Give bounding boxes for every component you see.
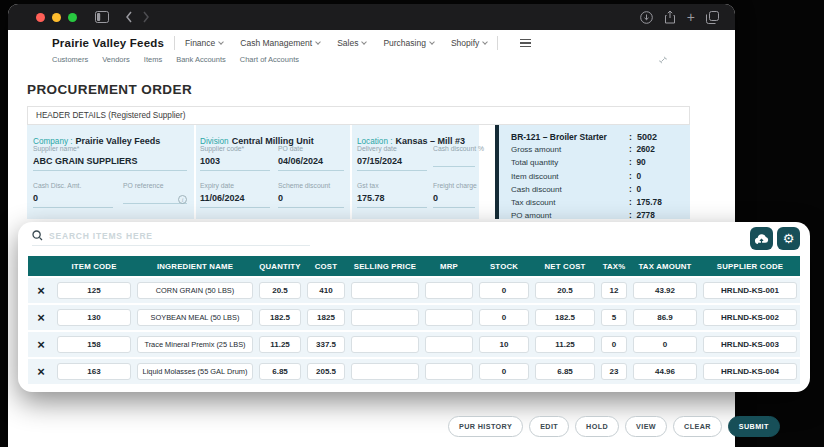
supplier-code-input[interactable]: 1003 xyxy=(200,156,270,171)
ingredient-name-cell[interactable]: CORN GRAIN (50 LBS) xyxy=(137,282,253,299)
supplier-code-cell[interactable]: HRLND-KS-004 xyxy=(703,363,797,380)
selling-price-cell[interactable] xyxy=(351,336,419,353)
minimize-window-icon[interactable] xyxy=(52,13,61,22)
edit-button[interactable]: EDIT xyxy=(529,416,569,437)
tax-amount-cell[interactable]: 43.92 xyxy=(633,282,697,299)
close-window-icon[interactable] xyxy=(36,13,45,22)
header-details-title: HEADER DETAILS (Registered Supplier) xyxy=(27,106,690,125)
mrp-cell[interactable] xyxy=(425,336,473,353)
header-fields-area: Company :Prairie Valley Feeds DivisionCe… xyxy=(27,125,479,219)
hold-button[interactable]: HOLD xyxy=(575,416,619,437)
subnav-vendors[interactable]: Vendors xyxy=(102,55,130,64)
selling-price-cell[interactable] xyxy=(351,282,419,299)
net-cost-cell[interactable]: 20.5 xyxy=(535,282,595,299)
delete-row-icon[interactable]: × xyxy=(28,338,54,351)
stock-cell[interactable]: 0 xyxy=(479,309,529,326)
net-cost-cell[interactable]: 11.25 xyxy=(535,336,595,353)
view-button[interactable]: VIEW xyxy=(625,416,667,437)
forward-icon[interactable] xyxy=(142,11,150,23)
menu-cash-management[interactable]: Cash Management xyxy=(240,38,320,48)
subnav-items[interactable]: Items xyxy=(144,55,162,64)
menu-purchasing[interactable]: Purchasing xyxy=(383,38,434,48)
stock-cell[interactable]: 0 xyxy=(479,282,529,299)
settings-button[interactable]: ⚙ xyxy=(777,227,800,250)
menu-shopify[interactable]: Shopify xyxy=(451,38,487,48)
search-input[interactable] xyxy=(49,231,310,241)
item-code-cell[interactable]: 163 xyxy=(57,363,131,380)
cost-cell[interactable]: 205.5 xyxy=(307,363,345,380)
po-date-input[interactable]: 04/06/2024 xyxy=(278,156,344,171)
downloads-icon[interactable] xyxy=(640,11,653,24)
subnav-chart-of-accounts[interactable]: Chart of Accounts xyxy=(240,55,299,64)
cash-disc-amt-input[interactable]: 0 xyxy=(33,193,113,208)
tax-amount-cell[interactable]: 44.96 xyxy=(633,363,697,380)
tax-pct-cell[interactable]: 5 xyxy=(601,309,627,326)
selling-price-cell[interactable] xyxy=(351,363,419,380)
expand-icon[interactable] xyxy=(657,52,669,70)
supplier-code-cell[interactable]: HRLND-KS-001 xyxy=(703,282,797,299)
delete-row-icon[interactable]: × xyxy=(28,365,54,378)
item-code-cell[interactable]: 125 xyxy=(57,282,131,299)
hamburger-menu-icon[interactable] xyxy=(520,39,531,47)
subnav-bank-accounts[interactable]: Bank Accounts xyxy=(176,55,226,64)
cost-cell[interactable]: 410 xyxy=(307,282,345,299)
zoom-window-icon[interactable] xyxy=(68,13,77,22)
net-cost-cell[interactable]: 6.85 xyxy=(535,363,595,380)
mrp-cell[interactable] xyxy=(425,282,473,299)
selling-price-cell[interactable] xyxy=(351,309,419,326)
cash-discount-pct-field: Cash discount % xyxy=(433,145,475,167)
supplier-code-cell[interactable]: HRLND-KS-003 xyxy=(703,336,797,353)
net-cost-cell[interactable]: 182.5 xyxy=(535,309,595,326)
tax-pct-cell[interactable]: 0 xyxy=(601,336,627,353)
menu-sales[interactable]: Sales xyxy=(337,38,366,48)
ingredient-name-cell[interactable]: Trace Mineral Premix (25 LBS) xyxy=(137,336,253,353)
upload-button[interactable] xyxy=(750,227,773,250)
table-row: × 158 Trace Mineral Premix (25 LBS) 11.2… xyxy=(28,332,800,357)
stock-cell[interactable]: 10 xyxy=(479,336,529,353)
ingredient-name-cell[interactable]: Liquid Molasses (55 GAL Drum) xyxy=(137,363,253,380)
quantity-cell[interactable]: 182.5 xyxy=(259,309,301,326)
summary-row: PO amount 2778 xyxy=(511,209,680,222)
gst-tax-input[interactable]: 175.78 xyxy=(357,193,427,208)
info-icon[interactable]: i xyxy=(178,195,187,204)
ingredient-name-cell[interactable]: SOYBEAN MEAL (50 LBS) xyxy=(137,309,253,326)
expiry-date-input[interactable]: 11/06/2024 xyxy=(200,193,270,208)
scheme-discount-input[interactable]: 0 xyxy=(278,193,344,208)
tax-amount-cell[interactable]: 0 xyxy=(633,336,697,353)
quantity-cell[interactable]: 6.85 xyxy=(259,363,301,380)
supplier-code-cell[interactable]: HRLND-KS-002 xyxy=(703,309,797,326)
main-menu: Finance Cash Management Sales Purchasing… xyxy=(185,38,487,48)
submit-button[interactable]: SUBMIT xyxy=(728,416,780,437)
tax-pct-cell[interactable]: 23 xyxy=(601,363,627,380)
quantity-cell[interactable]: 11.25 xyxy=(259,336,301,353)
clear-button[interactable]: CLEAR xyxy=(673,416,722,437)
tax-amount-cell[interactable]: 86.9 xyxy=(633,309,697,326)
stock-cell[interactable]: 0 xyxy=(479,363,529,380)
tab-overview-icon[interactable] xyxy=(706,11,719,24)
sidebar-toggle-icon[interactable] xyxy=(95,11,109,23)
item-code-cell[interactable]: 130 xyxy=(57,309,131,326)
tax-pct-cell[interactable]: 12 xyxy=(601,282,627,299)
mrp-cell[interactable] xyxy=(425,309,473,326)
item-code-cell[interactable]: 158 xyxy=(57,336,131,353)
pur-history-button[interactable]: PUR HISTORY xyxy=(448,416,523,437)
supplier-name-input[interactable]: ABC GRAIN SUPPLIERS xyxy=(33,156,187,171)
cost-cell[interactable]: 1825 xyxy=(307,309,345,326)
delete-row-icon[interactable]: × xyxy=(28,311,54,324)
menu-finance[interactable]: Finance xyxy=(185,38,223,48)
scheme-discount-field: Scheme discount 0 xyxy=(278,182,344,208)
share-icon[interactable] xyxy=(664,10,676,24)
mrp-cell[interactable] xyxy=(425,363,473,380)
quantity-cell[interactable]: 20.5 xyxy=(259,282,301,299)
delivery-date-input[interactable]: 07/15/2024 xyxy=(357,156,427,171)
subnav-customers[interactable]: Customers xyxy=(52,55,88,64)
gst-tax-field: Gst tax 175.78 xyxy=(357,182,427,208)
back-icon[interactable] xyxy=(125,11,133,23)
summary-row: Total quantity 90 xyxy=(511,156,680,169)
cost-cell[interactable]: 337.5 xyxy=(307,336,345,353)
new-tab-icon[interactable]: + xyxy=(687,10,695,24)
browser-titlebar: + xyxy=(8,4,735,30)
cash-discount-pct-input[interactable] xyxy=(433,156,475,167)
freight-charge-input[interactable]: 0 xyxy=(433,193,475,208)
delete-row-icon[interactable]: × xyxy=(28,284,54,297)
